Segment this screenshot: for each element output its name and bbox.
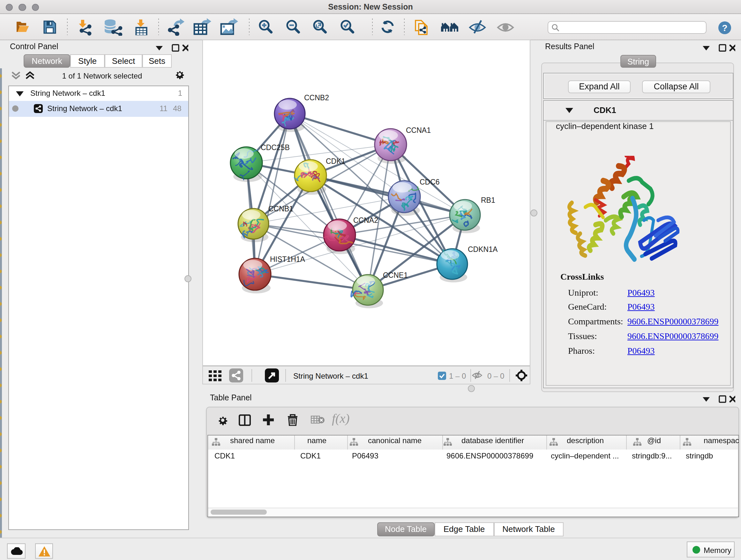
svg-text:?: ?	[722, 23, 727, 33]
svg-text:CCNB2: CCNB2	[304, 94, 329, 102]
svg-text:HIST1H1A: HIST1H1A	[270, 255, 305, 263]
svg-text:CCNB1: CCNB1	[268, 205, 293, 213]
svg-text:CCNA1: CCNA1	[406, 126, 430, 134]
svg-text:CDKN1A: CDKN1A	[468, 245, 497, 253]
svg-text:CDK1: CDK1	[326, 157, 345, 165]
svg-text:RB1: RB1	[481, 196, 495, 204]
svg-text:CDC25B: CDC25B	[260, 143, 289, 152]
svg-text:CDC6: CDC6	[419, 178, 440, 186]
svg-text:CCNA2: CCNA2	[353, 216, 378, 225]
svg-text:CCNE1: CCNE1	[383, 271, 408, 279]
